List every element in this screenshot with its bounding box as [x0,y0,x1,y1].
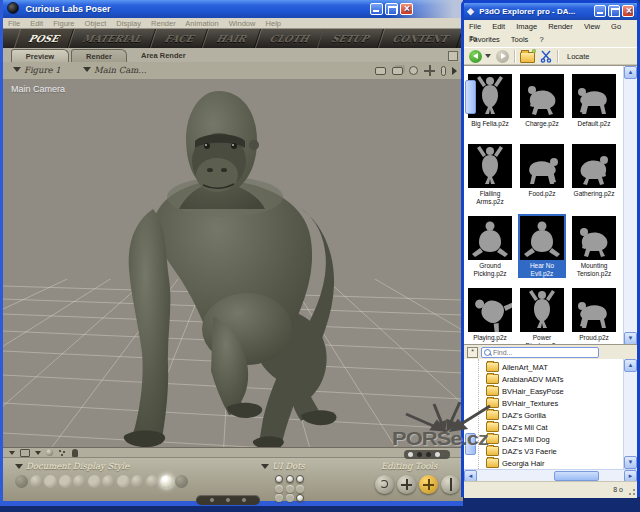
folder-dazs-mil-cat[interactable]: DAZ's Mil Cat [486,421,548,433]
scroll-down-button[interactable]: ▼ [624,456,637,469]
forward-button-disabled[interactable] [496,50,509,63]
thumbnail-ground-picking[interactable]: Ground Picking.p2z [466,216,514,278]
menu-object[interactable]: Object [85,19,107,28]
move-camera-icon[interactable] [424,65,435,76]
folder-dazs-gorilla[interactable]: DAZ's Gorilla [486,409,546,421]
ui-dots-section-label[interactable]: UI Dots [261,461,305,471]
thumbnail-playing[interactable]: Playing.p2z [466,288,514,342]
style-ball-lit-wireframe[interactable] [73,475,86,488]
style-ball-cartoon-line[interactable] [131,475,144,488]
scroll-up-button[interactable]: ▲ [624,359,637,372]
minimize-button[interactable] [594,5,606,17]
trackball-icon[interactable] [409,66,418,75]
menu-help[interactable]: Help [266,19,281,28]
translate-tool-active[interactable] [419,475,438,494]
collapse-panel-button[interactable]: * [467,347,478,358]
menu-tools[interactable]: Tools [511,35,529,44]
style-ball-cartoon[interactable] [117,475,130,488]
menu-edit[interactable]: Edit [30,19,43,28]
thumbnail-power-display[interactable]: Power Display.p2z [518,288,566,345]
resize-grip[interactable] [627,488,636,497]
thumbnail-default[interactable]: Default.p2z [570,74,618,128]
find-box[interactable] [481,347,599,358]
ui-dot[interactable] [275,485,283,493]
menu-favorites[interactable]: Favorites [469,35,500,44]
folder-georgia-hair[interactable]: Georgia Hair [486,457,545,469]
thumbnail-proud[interactable]: Proud.p2z [570,288,618,342]
folder-arabianadv-mats[interactable]: ArabianADV MATs [486,373,564,385]
camera-view-icon[interactable] [375,67,386,75]
menu-render[interactable]: Render [151,19,176,28]
poser-title-bar[interactable]: Curious Labs Poser [3,0,463,18]
tab-setup[interactable]: SETUP [317,29,384,48]
scrollbar-thumb[interactable] [465,433,476,455]
tab-cloth[interactable]: CLOTH [255,29,324,48]
style-ball-smooth-shaded[interactable] [146,475,159,488]
maximize-button[interactable] [608,5,620,17]
scrollbar-thumb[interactable] [554,471,599,481]
folder-dazs-v3-faerie[interactable]: DAZ's V3 Faerie [486,445,557,457]
translate-inout-tool[interactable] [441,475,460,494]
folder-bvhair-textures[interactable]: BVHair_Textures [486,397,558,409]
twist-tool[interactable] [397,475,416,494]
folder-bvhair-easypose[interactable]: BVHair_EasyPose [486,385,564,397]
style-dropdown-icon[interactable] [35,451,41,455]
scrollbar-thumb[interactable] [465,80,476,114]
ui-dot[interactable] [296,475,304,483]
menu-animation[interactable]: Animation [185,19,218,28]
p3do-title-bar[interactable]: ◆ P3dO Explorer pro - DA... [464,3,637,20]
ui-dot[interactable] [286,494,294,502]
menu-help[interactable]: ? [539,35,543,44]
area-render-label[interactable]: Area Render [141,49,186,62]
style-ball-silhouette[interactable] [15,475,28,488]
ui-dot[interactable] [275,494,283,502]
maximize-button[interactable] [385,3,398,15]
shaded-ball-icon[interactable] [46,449,53,456]
style-ball-wireframe[interactable] [44,475,57,488]
thumbnail-gathering[interactable]: Gathering.p2z [570,144,618,198]
gorilla-figure[interactable] [124,91,337,447]
close-button[interactable] [400,3,413,15]
dock-icon[interactable] [448,51,458,61]
ui-dot[interactable] [296,494,304,502]
more-controls-icon[interactable] [452,67,457,75]
style-ball-flat-shaded[interactable] [88,475,101,488]
menu-render[interactable]: Render [548,22,573,31]
cut-scissors-icon[interactable] [540,50,552,63]
camera-multi-view-icon[interactable] [392,67,403,75]
menu-figure[interactable]: Figure [53,19,74,28]
back-history-dropdown-icon[interactable] [485,54,491,58]
frame-icon[interactable] [20,449,30,457]
thumbnail-scrollbar[interactable] [623,66,637,345]
style-ball-hidden-line[interactable] [59,475,72,488]
ui-dot[interactable] [286,475,294,483]
menu-file[interactable]: File [8,19,20,28]
figure-icon[interactable] [72,449,78,457]
thumbnail-flailing-arms[interactable]: Flailing Arms.p2z [466,144,514,206]
locate-button[interactable]: Locate [567,52,590,61]
find-input[interactable] [493,349,583,356]
3d-viewport[interactable]: Main Camera [3,79,463,447]
style-ball-smooth-lined-selected[interactable] [160,475,173,488]
thumbnail-charge[interactable]: Charge.p2z [518,74,566,128]
rotate-tool[interactable] [375,475,394,494]
ui-dot[interactable] [296,485,304,493]
menu-edit[interactable]: Edit [492,22,505,31]
menu-display[interactable]: Display [116,19,141,28]
tab-face[interactable]: FACE [150,29,209,48]
menu-window[interactable]: Window [229,19,256,28]
tab-preview[interactable]: Preview [11,49,69,62]
scroll-up-button[interactable]: ▲ [624,66,637,79]
thumbnail-food[interactable]: Food.p2z [518,144,566,198]
camera-dolly-icon[interactable] [441,66,446,76]
back-button[interactable] [469,50,482,63]
tab-render[interactable]: Render [71,49,127,62]
figure-dropdown[interactable]: Figure 1 [13,65,61,75]
style-ball-texture-shaded[interactable] [175,475,188,488]
display-style-section-label[interactable]: Document Display Style [15,461,129,471]
close-button[interactable] [622,5,634,17]
tab-material[interactable]: MATERIAL [67,29,155,48]
menu-view[interactable]: View [584,22,600,31]
menu-image[interactable]: Image [516,22,537,31]
thumbnail-hear-no-evil-selected[interactable]: Hear No Evil.p2z [518,216,566,280]
